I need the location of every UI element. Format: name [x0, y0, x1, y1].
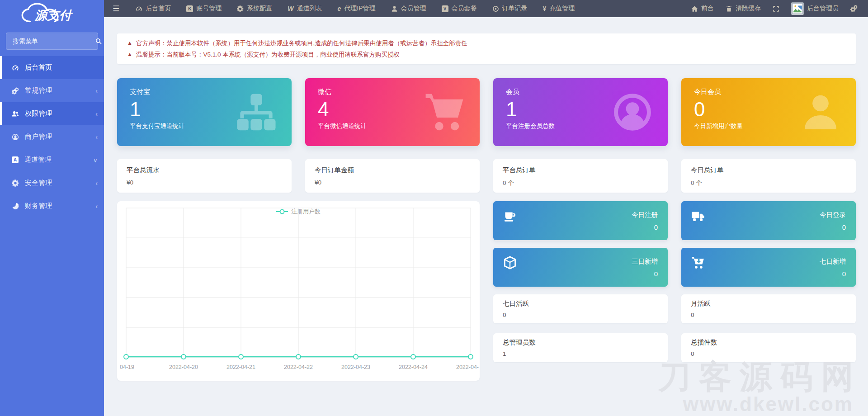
legend-label: 注册用户数: [291, 208, 321, 216]
frontend-link[interactable]: 前台: [685, 0, 720, 17]
summary-value: 0 个: [691, 179, 846, 187]
sidebar-item-label: 常规管理: [25, 86, 52, 95]
topnav-channel-list[interactable]: W 通道列表: [280, 0, 330, 17]
chevron-left-icon: ‹: [95, 134, 98, 140]
clear-cache-button[interactable]: 清除缓存: [720, 0, 767, 17]
sidebar-item-security[interactable]: 安全管理 ‹: [0, 171, 104, 194]
frontend-label: 前台: [701, 5, 714, 13]
search-icon[interactable]: [95, 38, 102, 44]
admin-label: 后台管理员: [807, 5, 839, 13]
cogs-icon: [12, 87, 19, 95]
sidebar-item-label: 通道管理: [24, 156, 52, 164]
summary-title: 今日订单金额: [315, 166, 470, 175]
topnav-members[interactable]: 会员管理: [383, 0, 434, 17]
summary-card-total-flow: 平台总流水 ¥0: [117, 159, 292, 193]
cart-icon: [424, 91, 465, 133]
mini-label: 今日登录: [820, 211, 846, 219]
small-value: 1: [503, 350, 658, 357]
expand-icon: [773, 5, 779, 12]
trash-icon: [726, 5, 732, 12]
stat-card-row: 支付宝 1 平台支付宝通道统计 微信 4 平台微信通道统计 会员 1 平台注册会…: [117, 78, 856, 146]
clear-cache-label: 清除缓存: [736, 5, 761, 13]
topnav-label: 会员管理: [401, 5, 426, 13]
admin-menu[interactable]: 后台管理员: [785, 0, 844, 17]
topbar-nav: 后台首页 K 账号管理 系统配置 W 通道列表 e 代理IP管理 会员管理 V …: [128, 0, 582, 17]
small-card-7day-active: 七日活跃 0: [493, 294, 668, 323]
summary-card-today-orders: 今日总订单 0 个: [681, 159, 856, 193]
svg-text:04-19: 04-19: [120, 364, 134, 370]
summary-title: 平台总订单: [503, 166, 658, 175]
sidebar-item-dashboard[interactable]: 后台首页: [0, 56, 104, 79]
topnav-recharge[interactable]: ¥ 充值管理: [535, 0, 583, 17]
svg-text:2022-04-22: 2022-04-22: [284, 364, 313, 370]
topnav-dashboard[interactable]: 后台首页: [128, 0, 179, 17]
home-icon: [691, 5, 698, 12]
summary-value: 0 个: [503, 179, 658, 187]
small-title: 月活跃: [691, 299, 846, 308]
sidebar-item-label: 权限管理: [25, 109, 52, 118]
bottom-zone: 注册用户数 04-192022-04-202022-04-212022-04-2…: [117, 201, 856, 381]
sidebar-item-label: 后台首页: [25, 63, 52, 72]
cloud-logo-icon: 源支付: [14, 2, 90, 26]
small-card-admin-count: 总管理员数 1: [493, 333, 668, 362]
stat-card-today-members[interactable]: 今日会员 0 今日新增用户数量: [681, 78, 856, 146]
search-input[interactable]: [12, 37, 95, 45]
brand-logo[interactable]: 源支付: [0, 0, 104, 28]
warning-icon: ▲: [127, 38, 132, 49]
summary-title: 平台总流水: [127, 166, 282, 175]
settings-button[interactable]: [844, 0, 863, 17]
small-card-month-active: 月活跃 0: [681, 294, 856, 323]
sidebar-search: [6, 33, 98, 50]
mini-card-7day-new[interactable]: 七日新增 0: [681, 248, 856, 287]
notice-text: 官方声明：禁止使用本软件（系统）用于任何违法违规业务或项目,造成的任何法律后果由…: [136, 38, 467, 49]
users-icon: [12, 110, 19, 118]
small-value: 0: [503, 312, 658, 318]
warning-icon: ▲: [127, 49, 132, 60]
topnav-orders[interactable]: 订单记录: [485, 0, 535, 17]
e-glyph-icon: e: [337, 5, 341, 12]
legend-marker: [276, 211, 288, 212]
chevron-down-icon: ∨: [93, 157, 98, 163]
topnav-label: 通道列表: [297, 5, 322, 13]
sidebar-item-label: 商户管理: [25, 132, 52, 141]
sidebar-item-label: 安全管理: [25, 179, 52, 187]
topnav-label: 系统配置: [247, 5, 272, 13]
topbar-right: 前台 清除缓存 后台管理员: [685, 0, 868, 17]
topnav-member-plans[interactable]: V 会员套餐: [434, 0, 485, 17]
svg-text:2022-04-: 2022-04-: [456, 364, 479, 370]
topnav-proxy-ip[interactable]: e 代理IP管理: [330, 0, 383, 17]
mini-card-today-register[interactable]: 今日注册 0: [493, 201, 668, 240]
w-glyph-icon: W: [288, 5, 293, 12]
summary-value: ¥0: [315, 179, 470, 186]
chevron-left-icon: ‹: [95, 88, 98, 94]
sidebar-item-general[interactable]: 常规管理 ‹: [0, 79, 104, 102]
small-title: 总管理员数: [503, 338, 658, 347]
mini-card-today-login[interactable]: 今日登录 0: [681, 201, 856, 240]
topnav-label: 代理IP管理: [344, 5, 375, 13]
cart-arrow-icon: [691, 256, 705, 269]
summary-card-today-amount: 今日订单金额 ¥0: [305, 159, 480, 193]
sidebar-item-finance[interactable]: 财务管理 ‹: [0, 194, 104, 217]
fullscreen-button[interactable]: [767, 0, 785, 17]
topnav-label: 后台首页: [146, 5, 171, 13]
sidebar-item-merchants[interactable]: 商户管理 ‹: [0, 125, 104, 148]
stat-card-alipay[interactable]: 支付宝 1 平台支付宝通道统计: [117, 78, 292, 146]
cube-icon: [503, 256, 517, 269]
mini-card-3day-new[interactable]: 三日新增 0: [493, 248, 668, 287]
user-circle-icon: [612, 91, 653, 133]
sidebar-item-channels[interactable]: A 通道管理 ∨: [0, 148, 104, 171]
stat-card-wechat[interactable]: 微信 4 平台微信通道统计: [305, 78, 480, 146]
user-circle-icon: [12, 133, 19, 141]
chart-legend[interactable]: 注册用户数: [276, 208, 321, 216]
svg-text:2022-04-23: 2022-04-23: [341, 364, 370, 370]
sidebar-item-permissions[interactable]: 权限管理 ‹: [0, 102, 104, 125]
summary-value: ¥0: [127, 179, 282, 186]
topnav-system-config[interactable]: 系统配置: [229, 0, 280, 17]
small-card-plugin-count: 总插件数 0: [681, 333, 856, 362]
topnav-accounts[interactable]: K 账号管理: [179, 0, 229, 17]
gauge-icon: [12, 64, 19, 71]
stat-card-members[interactable]: 会员 1 平台注册会员总数: [493, 78, 668, 146]
menu-toggle-icon[interactable]: ☰: [104, 0, 128, 17]
cup-icon: [503, 209, 517, 223]
notice-text: 温馨提示：当前版本号：V5.1.0 本系统（源支付）为收费开源项目，商业使用请联…: [136, 49, 400, 60]
